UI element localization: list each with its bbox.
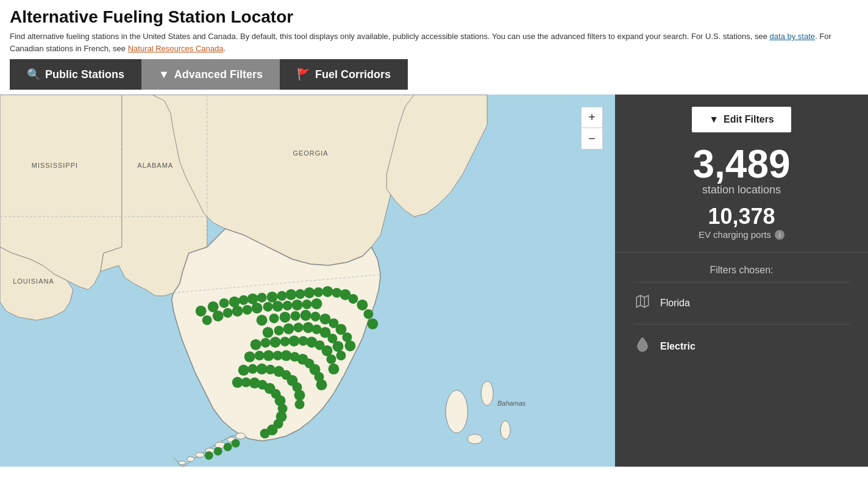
svg-point-67 bbox=[294, 323, 304, 332]
edit-filters-label: Edit Filters bbox=[724, 114, 774, 125]
edit-filters-button[interactable]: ▼ Edit Filters bbox=[692, 107, 791, 132]
svg-point-23 bbox=[219, 298, 229, 308]
svg-point-40 bbox=[367, 318, 378, 329]
svg-point-68 bbox=[303, 322, 314, 333]
ev-count: 10,378 bbox=[627, 204, 856, 229]
natural-resources-link[interactable]: Natural Resources Canada bbox=[128, 44, 224, 53]
svg-point-38 bbox=[357, 300, 368, 310]
svg-point-78 bbox=[289, 336, 300, 346]
filter-item-florida: Florida bbox=[633, 287, 850, 319]
corridor-icon: 🚩 bbox=[297, 68, 310, 81]
svg-point-51 bbox=[302, 300, 312, 309]
filter-electric-text: Electric bbox=[660, 341, 695, 352]
svg-point-43 bbox=[223, 308, 233, 318]
svg-point-6 bbox=[187, 457, 194, 462]
svg-point-119 bbox=[224, 443, 232, 451]
tab-public-stations-label: Public Stations bbox=[45, 68, 124, 81]
svg-point-21 bbox=[196, 306, 207, 317]
svg-point-95 bbox=[316, 379, 327, 390]
svg-point-65 bbox=[274, 326, 284, 336]
data-by-state-link[interactable]: data by state bbox=[770, 32, 815, 41]
station-locations-label: station locations bbox=[627, 184, 856, 196]
svg-point-96 bbox=[238, 365, 249, 376]
filters-title: Filters chosen: bbox=[633, 265, 850, 276]
svg-point-41 bbox=[202, 315, 212, 325]
zoom-in-button[interactable]: + bbox=[582, 107, 602, 128]
svg-point-48 bbox=[272, 301, 283, 312]
svg-point-8 bbox=[446, 390, 468, 433]
svg-point-54 bbox=[269, 314, 279, 323]
svg-point-25 bbox=[239, 295, 249, 305]
filter-icon: ▼ bbox=[158, 68, 169, 81]
svg-point-84 bbox=[328, 364, 339, 375]
svg-point-52 bbox=[311, 298, 322, 309]
svg-point-46 bbox=[252, 303, 263, 314]
svg-point-39 bbox=[363, 309, 373, 319]
main-content: MISSISSIPPI ALABAMA GEORGIA LOUISIANA Ba… bbox=[0, 95, 868, 467]
tab-advanced-filters[interactable]: ▼ Advanced Filters bbox=[141, 59, 280, 90]
desc-start: Find alternative fueling stations in the… bbox=[10, 32, 770, 41]
filter-item-electric: Electric bbox=[633, 329, 850, 364]
svg-point-33 bbox=[313, 287, 323, 297]
svg-point-27 bbox=[257, 293, 267, 303]
svg-point-76 bbox=[270, 337, 281, 348]
svg-point-74 bbox=[251, 339, 261, 350]
tab-fuel-corridors[interactable]: 🚩 Fuel Corridors bbox=[280, 59, 408, 90]
svg-point-55 bbox=[280, 312, 291, 323]
svg-point-28 bbox=[267, 292, 278, 303]
desc-end: . bbox=[223, 44, 226, 53]
tab-public-stations[interactable]: 🔍 Public Stations bbox=[10, 59, 141, 90]
svg-text:LOUISIANA: LOUISIANA bbox=[13, 278, 54, 285]
filters-section: Filters chosen: Florida bbox=[615, 252, 868, 376]
svg-point-47 bbox=[263, 302, 273, 312]
svg-point-104 bbox=[294, 390, 305, 401]
svg-point-117 bbox=[260, 429, 270, 439]
svg-text:MISSISSIPPI: MISSISSIPPI bbox=[32, 162, 78, 169]
svg-point-64 bbox=[263, 327, 274, 338]
svg-point-77 bbox=[280, 337, 290, 346]
svg-point-85 bbox=[244, 351, 255, 362]
filter-divider-2 bbox=[633, 324, 850, 325]
svg-point-11 bbox=[468, 434, 482, 444]
svg-point-57 bbox=[301, 310, 311, 321]
svg-point-73 bbox=[336, 351, 346, 361]
svg-point-120 bbox=[214, 447, 222, 456]
map-container[interactable]: MISSISSIPPI ALABAMA GEORGIA LOUISIANA Ba… bbox=[0, 95, 615, 467]
svg-text:ALABAMA: ALABAMA bbox=[137, 162, 173, 169]
ev-info-icon[interactable]: i bbox=[775, 230, 784, 240]
tab-fuel-corridors-label: Fuel Corridors bbox=[315, 68, 391, 81]
svg-point-56 bbox=[291, 311, 301, 321]
ev-label-text: EV charging ports bbox=[699, 229, 771, 240]
svg-point-37 bbox=[348, 294, 358, 304]
filter-divider bbox=[633, 282, 850, 282]
svg-point-118 bbox=[232, 439, 240, 448]
right-panel: ▼ Edit Filters 3,489 station locations 1… bbox=[615, 95, 868, 467]
map-icon bbox=[633, 293, 652, 313]
page-title: Alternative Fueling Station Locator bbox=[10, 7, 858, 27]
svg-point-45 bbox=[243, 305, 252, 315]
svg-point-34 bbox=[322, 286, 333, 297]
filter-florida-text: Florida bbox=[660, 298, 690, 309]
svg-point-53 bbox=[257, 315, 268, 326]
drop-icon bbox=[633, 336, 652, 357]
edit-filters-row: ▼ Edit Filters bbox=[615, 95, 868, 138]
svg-point-83 bbox=[326, 354, 336, 364]
tab-advanced-filters-label: Advanced Filters bbox=[174, 68, 263, 81]
svg-text:Bahamas: Bahamas bbox=[497, 400, 526, 407]
svg-point-50 bbox=[292, 300, 303, 310]
filter-funnel-icon: ▼ bbox=[709, 114, 719, 125]
svg-point-105 bbox=[295, 400, 305, 409]
search-icon: 🔍 bbox=[27, 68, 40, 81]
zoom-out-button[interactable]: − bbox=[582, 128, 602, 149]
ev-label: EV charging ports i bbox=[627, 229, 856, 240]
header: Alternative Fueling Station Locator Find… bbox=[0, 0, 868, 95]
station-count: 3,489 bbox=[627, 145, 856, 184]
svg-point-58 bbox=[310, 312, 320, 321]
svg-point-72 bbox=[332, 341, 343, 352]
svg-point-44 bbox=[232, 306, 243, 317]
svg-text:GEORGIA: GEORGIA bbox=[293, 149, 328, 157]
svg-point-7 bbox=[179, 461, 186, 465]
svg-point-97 bbox=[248, 364, 258, 374]
svg-point-63 bbox=[344, 340, 355, 351]
svg-point-75 bbox=[261, 338, 271, 348]
